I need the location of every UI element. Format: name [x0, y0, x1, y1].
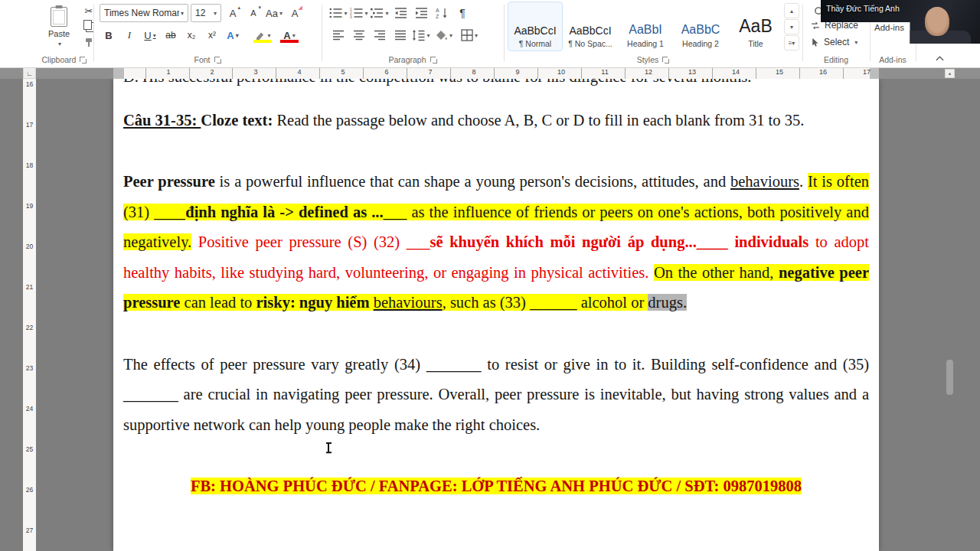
bold-button[interactable]: B: [100, 26, 118, 44]
paste-button[interactable]: Paste ▾: [41, 3, 77, 51]
font-color-swatch: [280, 40, 299, 43]
text-run: Positive peer pressure (S) (32) ___: [198, 233, 430, 250]
document-content[interactable]: D. His successful performance in the com…: [113, 79, 879, 502]
paragraph-cloze-passage[interactable]: Peer pressure is a powerful influence th…: [123, 167, 869, 318]
increase-indent-icon: [415, 7, 428, 19]
style-heading-2[interactable]: AaBbC Heading 2: [674, 2, 727, 51]
ruler-number: 9: [515, 68, 519, 76]
text-run: [370, 294, 374, 311]
chevron-down-icon: ▾: [426, 32, 430, 39]
show-formatting-marks-button[interactable]: ¶: [453, 4, 472, 22]
ruler-number: 4: [297, 68, 301, 76]
webcam-person-face: [925, 7, 949, 36]
eraser-icon: ◢: [299, 5, 302, 11]
italic-button[interactable]: I: [120, 26, 139, 44]
highlight-color-button[interactable]: ▾: [250, 26, 275, 44]
ruler-number: 17: [863, 68, 871, 76]
subscript-button[interactable]: x₂: [182, 26, 201, 44]
paragraph-footer-banner[interactable]: FB: HOÀNG PHÚC ĐỨC / FANPAGE: LỚP TIẾNG …: [123, 471, 869, 502]
shading-button[interactable]: ▾: [433, 26, 456, 44]
webcam-name-label: Thầy Đức Tiếng Anh: [826, 4, 900, 13]
scroll-up-button[interactable]: ▲: [945, 69, 955, 78]
paragraph-effects-paragraph[interactable]: The effects of peer pressure vary greatl…: [123, 350, 869, 441]
svg-text:Z: Z: [436, 14, 439, 19]
font-name-select[interactable]: Times New Roman ▾: [100, 4, 188, 22]
sort-icon: AZ: [436, 7, 449, 19]
dialog-launcher-icon[interactable]: [214, 57, 221, 64]
document-page[interactable]: D. His successful performance in the com…: [113, 79, 879, 551]
text-run: individuals: [734, 233, 808, 250]
chevron-down-icon: ▾: [267, 32, 270, 39]
ruler-number: 11: [601, 68, 608, 76]
paragraph-clipped-top-line[interactable]: D. His successful performance in the com…: [123, 79, 869, 93]
ruler-number: 20: [23, 243, 36, 250]
style-no-spacing[interactable]: AaBbCcI ¶ No Spac...: [564, 2, 617, 51]
underline-button[interactable]: U▾: [141, 26, 159, 44]
text-run: behaviours: [374, 294, 443, 311]
increase-indent-button[interactable]: [412, 4, 430, 22]
chevron-down-icon: ▾: [236, 32, 239, 39]
chevron-down-icon: ▾: [385, 10, 388, 17]
numbering-button[interactable]: 123 ▾: [350, 4, 368, 22]
paste-label: Paste: [48, 29, 70, 38]
style-preview: AaBbI: [629, 23, 662, 37]
styles-gallery-up-button[interactable]: ▴: [784, 3, 799, 18]
style-name: ¶ Normal: [519, 39, 551, 48]
horizontal-ruler[interactable]: 1234567891011121314151617: [0, 67, 980, 79]
vertical-ruler[interactable]: 161718192021222324252627: [23, 79, 36, 551]
styles-gallery-down-button[interactable]: ▾: [784, 19, 799, 34]
numbering-icon: 123: [350, 8, 363, 18]
collapse-ribbon-button[interactable]: [933, 53, 946, 64]
multilevel-list-button[interactable]: ▾: [371, 4, 389, 22]
clear-formatting-button[interactable]: A◢: [286, 4, 304, 22]
text-run: .: [799, 173, 808, 190]
dialog-launcher-icon[interactable]: [80, 57, 87, 64]
ruler-number: 27: [23, 527, 36, 534]
font-size-select[interactable]: 12 ▾: [191, 4, 221, 22]
grow-font-button[interactable]: A▴: [224, 4, 242, 22]
style-name: Heading 1: [627, 39, 664, 48]
ruler-number: 19: [23, 202, 36, 210]
cursor-arrow-icon: [810, 37, 820, 47]
vertical-scrollbar-thumb[interactable]: [946, 360, 953, 395]
align-center-button[interactable]: [350, 26, 368, 44]
dialog-launcher-icon[interactable]: [430, 57, 437, 64]
add-ins-button[interactable]: Add-ins: [874, 23, 904, 32]
superscript-icon: x²: [208, 30, 216, 41]
tab-stop-icon: ∟: [26, 70, 33, 77]
tab-selector[interactable]: ∟: [23, 67, 36, 79]
font-group-label: Font: [194, 55, 210, 64]
text-run: is a powerful influence that can shape a…: [215, 173, 730, 190]
align-left-button[interactable]: [329, 26, 348, 44]
strikethrough-button[interactable]: ab: [162, 26, 180, 44]
text-run: D. His successful performance in the com…: [123, 79, 751, 85]
chevron-up-icon: [936, 56, 944, 61]
styles-gallery-more-button[interactable]: ≡▾: [784, 35, 799, 51]
paragraph-question-heading[interactable]: Câu 31-35: Cloze text: Read the passage …: [123, 106, 869, 136]
align-right-button[interactable]: [371, 26, 389, 44]
ruler-number: 7: [428, 68, 432, 76]
ruler-number: 5: [341, 68, 345, 76]
font-group: Times New Roman ▾ 12 ▾ A▴ A▾ Aa▾ A◢ B I …: [93, 0, 322, 67]
style-title[interactable]: AaB Title: [729, 2, 782, 51]
font-color-button[interactable]: A ▾: [277, 26, 302, 44]
style-heading-1[interactable]: AaBbI Heading 1: [619, 2, 672, 51]
sort-button[interactable]: AZ: [433, 4, 451, 22]
dialog-launcher-icon[interactable]: [662, 57, 669, 64]
text-effects-button[interactable]: A▾: [224, 26, 242, 44]
superscript-button[interactable]: x²: [203, 26, 221, 44]
borders-button[interactable]: ▾: [458, 26, 481, 44]
line-spacing-button[interactable]: ▾: [412, 26, 430, 44]
ruler-number: 16: [819, 68, 827, 76]
style-normal[interactable]: AaBbCcI ¶ Normal: [508, 2, 562, 51]
chevron-down-icon: ▾: [449, 32, 452, 39]
select-button[interactable]: Select ▾: [810, 37, 858, 47]
shrink-font-button[interactable]: A▾: [244, 4, 263, 22]
justify-button[interactable]: [391, 26, 410, 44]
styles-group-label: Styles: [637, 55, 659, 64]
decrease-indent-button[interactable]: [391, 4, 410, 22]
italic-icon: I: [128, 29, 131, 41]
ruler-number: 21: [23, 283, 36, 291]
bullets-button[interactable]: ▾: [329, 4, 348, 22]
change-case-button[interactable]: Aa▾: [265, 4, 283, 22]
